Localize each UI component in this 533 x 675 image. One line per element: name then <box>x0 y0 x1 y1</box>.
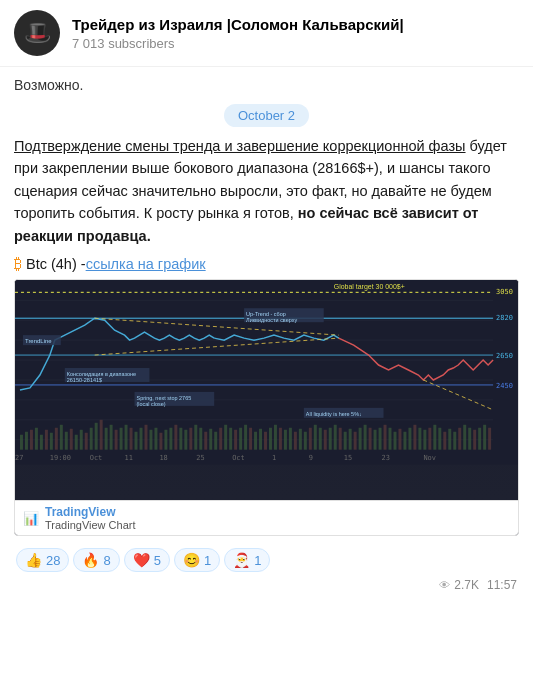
svg-rect-26 <box>85 433 88 450</box>
svg-rect-21 <box>60 425 63 450</box>
svg-rect-77 <box>339 428 342 450</box>
svg-rect-37 <box>140 428 143 450</box>
smile-emoji: 😊 <box>183 552 200 568</box>
tradingview-chart-label: TradingView Chart <box>45 519 136 531</box>
svg-rect-83 <box>369 428 372 450</box>
svg-rect-17 <box>40 435 43 450</box>
svg-rect-102 <box>463 425 466 450</box>
meta-views: 👁 2.7K <box>439 578 479 592</box>
svg-text:(local close): (local close) <box>137 401 166 407</box>
reaction-fire[interactable]: 🔥 8 <box>73 548 119 572</box>
date-badge: October 2 <box>224 104 309 127</box>
svg-rect-107 <box>488 428 491 450</box>
svg-text:25: 25 <box>196 454 204 462</box>
svg-rect-42 <box>164 430 167 450</box>
reaction-thumbsup[interactable]: 👍 28 <box>16 548 69 572</box>
svg-rect-99 <box>448 429 451 450</box>
chart-image: 3050 2820 2650 2450 Global target 30 000… <box>15 280 518 500</box>
svg-rect-65 <box>279 428 282 450</box>
svg-text:2820: 2820 <box>496 315 513 323</box>
thumbsup-count: 28 <box>46 553 60 568</box>
svg-text:2450: 2450 <box>496 382 513 390</box>
svg-rect-94 <box>423 430 426 450</box>
svg-rect-29 <box>100 420 103 450</box>
svg-rect-73 <box>319 428 322 450</box>
btc-line: ₿ Btc (4h) - ссылка на график <box>14 255 519 273</box>
message-text: Подтверждение смены тренда и завершение … <box>14 135 519 247</box>
svg-text:18: 18 <box>159 454 167 462</box>
svg-rect-103 <box>468 428 471 450</box>
svg-rect-70 <box>304 432 307 450</box>
svg-rect-74 <box>324 430 327 450</box>
channel-header: 🎩 Трейдер из Израиля |Соломон Кальварски… <box>0 0 533 67</box>
svg-rect-18 <box>45 430 48 450</box>
svg-rect-31 <box>110 425 113 450</box>
svg-rect-86 <box>384 425 387 450</box>
svg-rect-41 <box>159 433 162 450</box>
channel-subscribers: 7 013 subscribers <box>72 36 404 51</box>
reactions-bar: 👍 28 🔥 8 ❤️ 5 😊 1 🎅 1 <box>14 542 519 576</box>
svg-rect-87 <box>389 428 392 450</box>
svg-rect-69 <box>299 429 302 450</box>
svg-rect-71 <box>309 428 312 450</box>
views-count: 2.7K <box>454 578 479 592</box>
svg-rect-98 <box>443 432 446 450</box>
svg-rect-15 <box>30 430 33 450</box>
reaction-santa[interactable]: 🎅 1 <box>224 548 270 572</box>
svg-rect-75 <box>329 428 332 450</box>
channel-name: Трейдер из Израиля |Соломон Кальварский| <box>72 16 404 34</box>
svg-rect-79 <box>349 429 352 450</box>
message-bubble: Подтверждение смены тренда и завершение … <box>14 135 519 598</box>
svg-rect-81 <box>359 428 362 450</box>
svg-text:3050: 3050 <box>496 289 513 297</box>
svg-text:9: 9 <box>309 454 313 462</box>
svg-rect-80 <box>354 432 357 450</box>
svg-rect-22 <box>65 432 68 450</box>
svg-text:Nov: Nov <box>423 454 436 462</box>
santa-emoji: 🎅 <box>233 552 250 568</box>
svg-text:26150-28141$: 26150-28141$ <box>67 377 102 383</box>
heart-count: 5 <box>154 553 161 568</box>
svg-rect-30 <box>105 428 108 450</box>
svg-rect-19 <box>50 433 53 450</box>
svg-rect-64 <box>274 425 277 450</box>
svg-rect-28 <box>95 423 98 450</box>
btc-icon: ₿ <box>14 255 22 273</box>
svg-rect-90 <box>403 432 406 450</box>
svg-text:Oct: Oct <box>90 454 103 462</box>
svg-rect-44 <box>174 425 177 450</box>
fire-emoji: 🔥 <box>82 552 99 568</box>
reaction-heart[interactable]: ❤️ 5 <box>124 548 170 572</box>
svg-text:2650: 2650 <box>496 352 513 360</box>
tradingview-text: TradingView TradingView Chart <box>45 505 136 531</box>
svg-rect-59 <box>249 428 252 450</box>
svg-rect-88 <box>393 432 396 450</box>
svg-rect-62 <box>264 432 267 450</box>
svg-rect-95 <box>428 428 431 450</box>
svg-rect-106 <box>483 425 486 450</box>
svg-text:27: 27 <box>15 454 23 462</box>
svg-rect-24 <box>75 435 78 450</box>
svg-text:23: 23 <box>382 454 390 462</box>
svg-rect-33 <box>120 428 123 450</box>
heart-emoji: ❤️ <box>133 552 150 568</box>
svg-rect-54 <box>224 425 227 450</box>
svg-rect-61 <box>259 429 262 450</box>
svg-rect-23 <box>70 429 73 450</box>
svg-rect-39 <box>149 430 152 450</box>
reaction-smile[interactable]: 😊 1 <box>174 548 220 572</box>
svg-rect-101 <box>458 428 461 450</box>
svg-rect-53 <box>219 428 222 450</box>
svg-text:11: 11 <box>125 454 133 462</box>
channel-info: Трейдер из Израиля |Соломон Кальварский|… <box>72 16 404 51</box>
svg-text:1: 1 <box>272 454 276 462</box>
svg-rect-78 <box>344 432 347 450</box>
svg-text:Global target 30 000$+: Global target 30 000$+ <box>334 284 405 292</box>
tradingview-footer: 📊 TradingView TradingView Chart <box>15 500 518 535</box>
svg-rect-45 <box>179 428 182 450</box>
svg-rect-58 <box>244 425 247 450</box>
svg-rect-51 <box>209 429 212 450</box>
svg-rect-14 <box>25 432 28 450</box>
eye-icon: 👁 <box>439 579 450 591</box>
btc-chart-link[interactable]: ссылка на график <box>86 256 206 272</box>
